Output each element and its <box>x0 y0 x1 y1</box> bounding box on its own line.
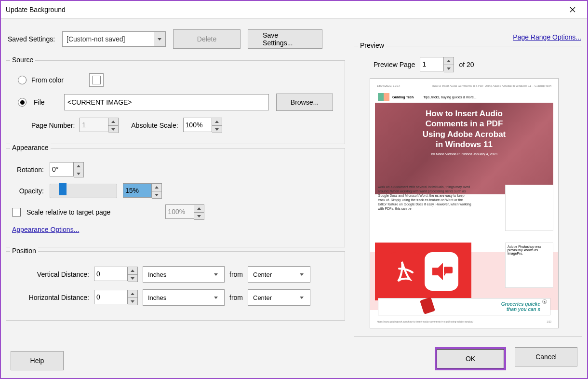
delete-button[interactable]: Delete <box>173 29 241 49</box>
position-fieldset: Position Vertical Distance: 0 Inches fro… <box>6 251 345 321</box>
absolute-scale-spinner[interactable]: 100% <box>183 118 222 133</box>
chevron-down-icon <box>296 269 307 280</box>
page-range-options-link[interactable]: Page Range Options... <box>513 28 581 41</box>
v-anchor-select[interactable]: Center <box>248 266 310 283</box>
opacity-slider[interactable] <box>50 184 117 198</box>
source-fieldset: Source From color File <CURRENT IMAGE> B… <box>6 60 345 144</box>
ok-highlight: OK <box>435 347 506 370</box>
saved-settings-dropdown[interactable]: [Custom-not saved] <box>62 31 166 47</box>
color-swatch[interactable] <box>89 73 104 87</box>
horizontal-distance-spinner[interactable]: 0 <box>94 290 138 305</box>
saved-settings-label: Saved Settings: <box>8 35 55 43</box>
titlebar: Update Background <box>1 1 587 18</box>
h-anchor-select[interactable]: Center <box>248 289 310 306</box>
browse-button[interactable]: Browse... <box>276 94 333 111</box>
help-button[interactable]: Help <box>11 351 64 370</box>
appearance-options-link[interactable]: Appearance Options... <box>12 226 79 233</box>
preview-canvas: 18/07/2023, 12:14How to Insert Audio Com… <box>370 78 559 328</box>
chevron-down-icon <box>211 292 221 303</box>
chevron-down-icon <box>154 32 165 46</box>
close-button[interactable] <box>563 2 582 17</box>
close-icon <box>570 7 575 13</box>
opacity-spinner[interactable]: 15% <box>123 183 162 199</box>
h-unit-select[interactable]: Inches <box>143 289 225 306</box>
file-path-input[interactable]: <CURRENT IMAGE> <box>64 94 269 110</box>
v-unit-select[interactable]: Inches <box>143 266 225 283</box>
scale-relative-spinner[interactable]: 100% <box>165 204 204 220</box>
save-settings-button[interactable]: Save Settings... <box>248 29 322 49</box>
chevron-down-icon <box>211 269 221 280</box>
chevron-down-icon <box>296 292 307 303</box>
gt-logo-icon <box>378 93 389 101</box>
scale-relative-checkbox[interactable] <box>12 208 21 217</box>
from-color-radio[interactable] <box>18 76 27 84</box>
rotation-spinner[interactable]: 0° <box>50 162 84 177</box>
window-title: Update Background <box>6 6 66 14</box>
preview-page-spinner[interactable]: 1 <box>420 57 454 72</box>
cancel-button[interactable]: Cancel <box>515 347 577 366</box>
vertical-distance-spinner[interactable]: 0 <box>94 267 138 282</box>
page-number-spinner[interactable]: 1 <box>80 118 119 133</box>
file-radio[interactable] <box>18 98 27 107</box>
audio-comment-icon <box>425 252 458 291</box>
svg-rect-2 <box>444 267 453 273</box>
dialog-update-background: Update Background Saved Settings: [Custo… <box>0 0 588 379</box>
appearance-fieldset: Appearance Rotation: 0° Opacity: 15% <box>6 148 345 247</box>
preview-fieldset: Preview Preview Page 1 of 20 18/07/2023,… <box>354 46 582 337</box>
acrobat-icon <box>388 252 422 291</box>
ok-button[interactable]: OK <box>437 349 504 368</box>
ad-can-icon <box>420 297 435 314</box>
